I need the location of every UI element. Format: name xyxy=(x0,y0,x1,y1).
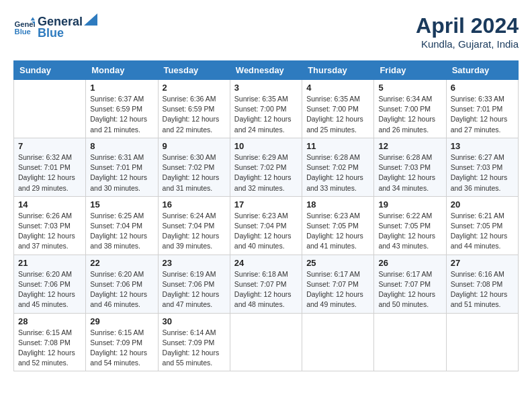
day-number: 14 xyxy=(18,199,81,210)
calendar-cell: 7Sunrise: 6:32 AM Sunset: 7:01 PM Daylig… xyxy=(14,138,86,196)
svg-marker-2 xyxy=(31,17,35,21)
day-content: Sunrise: 6:22 AM Sunset: 7:05 PM Dayligh… xyxy=(378,211,441,252)
day-number: 13 xyxy=(451,141,514,151)
day-content: Sunrise: 6:37 AM Sunset: 6:59 PM Dayligh… xyxy=(90,94,153,135)
day-content: Sunrise: 6:16 AM Sunset: 7:08 PM Dayligh… xyxy=(451,269,514,310)
calendar-cell: 16Sunrise: 6:24 AM Sunset: 7:04 PM Dayli… xyxy=(158,196,230,255)
calendar-cell: 18Sunrise: 6:23 AM Sunset: 7:05 PM Dayli… xyxy=(302,196,374,255)
calendar-cell: 26Sunrise: 6:17 AM Sunset: 7:07 PM Dayli… xyxy=(374,255,446,313)
day-content: Sunrise: 6:36 AM Sunset: 6:59 PM Dayligh… xyxy=(163,94,226,135)
calendar-cell: 11Sunrise: 6:28 AM Sunset: 7:02 PM Dayli… xyxy=(302,138,374,196)
day-content: Sunrise: 6:17 AM Sunset: 7:07 PM Dayligh… xyxy=(306,269,369,310)
day-content: Sunrise: 6:23 AM Sunset: 7:05 PM Dayligh… xyxy=(306,211,369,252)
day-number: 4 xyxy=(306,83,369,93)
svg-text:Blue: Blue xyxy=(15,28,31,36)
calendar-cell: 3Sunrise: 6:35 AM Sunset: 7:00 PM Daylig… xyxy=(230,80,302,138)
calendar-cell: 8Sunrise: 6:31 AM Sunset: 7:01 PM Daylig… xyxy=(86,138,158,196)
calendar-header-row: SundayMondayTuesdayWednesdayThursdayFrid… xyxy=(14,61,519,80)
day-content: Sunrise: 6:26 AM Sunset: 7:03 PM Dayligh… xyxy=(18,211,81,252)
day-number: 3 xyxy=(234,83,298,93)
day-content: Sunrise: 6:30 AM Sunset: 7:02 PM Dayligh… xyxy=(163,152,226,193)
calendar-cell: 4Sunrise: 6:35 AM Sunset: 7:00 PM Daylig… xyxy=(302,80,374,138)
day-number: 19 xyxy=(378,199,441,210)
calendar-cell: 14Sunrise: 6:26 AM Sunset: 7:03 PM Dayli… xyxy=(14,196,86,255)
calendar-cell: 20Sunrise: 6:21 AM Sunset: 7:05 PM Dayli… xyxy=(446,196,518,255)
calendar-cell xyxy=(14,80,86,138)
location: Kundla, Gujarat, India xyxy=(416,38,519,50)
day-number: 20 xyxy=(451,199,514,210)
day-content: Sunrise: 6:24 AM Sunset: 7:04 PM Dayligh… xyxy=(163,211,226,252)
logo: General Blue General Blue xyxy=(13,13,99,40)
calendar-cell: 25Sunrise: 6:17 AM Sunset: 7:07 PM Dayli… xyxy=(302,255,374,313)
svg-text:General: General xyxy=(15,20,35,28)
day-content: Sunrise: 6:32 AM Sunset: 7:01 PM Dayligh… xyxy=(18,152,81,193)
day-number: 17 xyxy=(234,199,298,210)
calendar-cell: 19Sunrise: 6:22 AM Sunset: 7:05 PM Dayli… xyxy=(374,196,446,255)
calendar-cell: 22Sunrise: 6:20 AM Sunset: 7:06 PM Dayli… xyxy=(86,255,158,313)
calendar-cell xyxy=(230,313,302,371)
day-content: Sunrise: 6:19 AM Sunset: 7:06 PM Dayligh… xyxy=(163,269,226,310)
day-number: 30 xyxy=(163,316,226,326)
day-content: Sunrise: 6:28 AM Sunset: 7:03 PM Dayligh… xyxy=(378,152,441,193)
day-number: 1 xyxy=(90,83,153,93)
day-number: 9 xyxy=(163,141,226,151)
calendar-week-1: 1Sunrise: 6:37 AM Sunset: 6:59 PM Daylig… xyxy=(14,80,519,138)
day-number: 11 xyxy=(306,141,369,151)
calendar-week-3: 14Sunrise: 6:26 AM Sunset: 7:03 PM Dayli… xyxy=(14,196,519,255)
col-header-saturday: Saturday xyxy=(446,61,518,80)
day-number: 25 xyxy=(306,258,369,268)
col-header-sunday: Sunday xyxy=(14,61,86,80)
day-content: Sunrise: 6:20 AM Sunset: 7:06 PM Dayligh… xyxy=(18,269,81,310)
day-number: 26 xyxy=(378,258,441,268)
day-content: Sunrise: 6:14 AM Sunset: 7:09 PM Dayligh… xyxy=(163,328,226,369)
calendar-cell: 12Sunrise: 6:28 AM Sunset: 7:03 PM Dayli… xyxy=(374,138,446,196)
calendar-cell: 21Sunrise: 6:20 AM Sunset: 7:06 PM Dayli… xyxy=(14,255,86,313)
calendar-cell: 17Sunrise: 6:23 AM Sunset: 7:04 PM Dayli… xyxy=(230,196,302,255)
day-number: 27 xyxy=(451,258,514,268)
day-number: 7 xyxy=(18,141,81,151)
day-number: 2 xyxy=(163,83,226,93)
logo-icon: General Blue xyxy=(13,16,35,38)
day-content: Sunrise: 6:35 AM Sunset: 7:00 PM Dayligh… xyxy=(234,94,298,135)
calendar-week-4: 21Sunrise: 6:20 AM Sunset: 7:06 PM Dayli… xyxy=(14,255,519,313)
day-number: 28 xyxy=(18,316,81,326)
calendar-cell: 5Sunrise: 6:34 AM Sunset: 7:00 PM Daylig… xyxy=(374,80,446,138)
calendar-cell xyxy=(446,313,518,371)
col-header-wednesday: Wednesday xyxy=(230,61,302,80)
calendar-cell: 24Sunrise: 6:18 AM Sunset: 7:07 PM Dayli… xyxy=(230,255,302,313)
calendar-cell: 27Sunrise: 6:16 AM Sunset: 7:08 PM Dayli… xyxy=(446,255,518,313)
day-content: Sunrise: 6:23 AM Sunset: 7:04 PM Dayligh… xyxy=(234,211,298,252)
col-header-friday: Friday xyxy=(374,61,446,80)
calendar-cell: 9Sunrise: 6:30 AM Sunset: 7:02 PM Daylig… xyxy=(158,138,230,196)
calendar-cell: 6Sunrise: 6:33 AM Sunset: 7:01 PM Daylig… xyxy=(446,80,518,138)
day-content: Sunrise: 6:25 AM Sunset: 7:04 PM Dayligh… xyxy=(90,211,153,252)
calendar-cell: 10Sunrise: 6:29 AM Sunset: 7:02 PM Dayli… xyxy=(230,138,302,196)
svg-marker-4 xyxy=(84,13,97,26)
day-number: 5 xyxy=(378,83,441,93)
day-content: Sunrise: 6:15 AM Sunset: 7:09 PM Dayligh… xyxy=(90,328,153,369)
col-header-thursday: Thursday xyxy=(302,61,374,80)
calendar-cell: 13Sunrise: 6:27 AM Sunset: 7:03 PM Dayli… xyxy=(446,138,518,196)
day-number: 18 xyxy=(306,199,369,210)
day-number: 8 xyxy=(90,141,153,151)
day-content: Sunrise: 6:33 AM Sunset: 7:01 PM Dayligh… xyxy=(451,94,514,135)
month-title: April 2024 xyxy=(416,13,519,38)
calendar-cell: 28Sunrise: 6:15 AM Sunset: 7:08 PM Dayli… xyxy=(14,313,86,371)
day-number: 15 xyxy=(90,199,153,210)
day-number: 23 xyxy=(163,258,226,268)
page-header: General Blue General Blue April 2024 Kun… xyxy=(13,13,519,50)
day-content: Sunrise: 6:34 AM Sunset: 7:00 PM Dayligh… xyxy=(378,94,441,135)
day-number: 6 xyxy=(451,83,514,93)
day-number: 10 xyxy=(234,141,298,151)
col-header-tuesday: Tuesday xyxy=(158,61,230,80)
day-content: Sunrise: 6:18 AM Sunset: 7:07 PM Dayligh… xyxy=(234,269,298,310)
calendar-cell xyxy=(302,313,374,371)
day-number: 21 xyxy=(18,258,81,268)
calendar-cell: 1Sunrise: 6:37 AM Sunset: 6:59 PM Daylig… xyxy=(86,80,158,138)
day-content: Sunrise: 6:20 AM Sunset: 7:06 PM Dayligh… xyxy=(90,269,153,310)
title-block: April 2024 Kundla, Gujarat, India xyxy=(416,13,519,50)
day-number: 16 xyxy=(163,199,226,210)
day-number: 29 xyxy=(90,316,153,326)
logo-triangle-icon xyxy=(84,13,97,26)
col-header-monday: Monday xyxy=(86,61,158,80)
